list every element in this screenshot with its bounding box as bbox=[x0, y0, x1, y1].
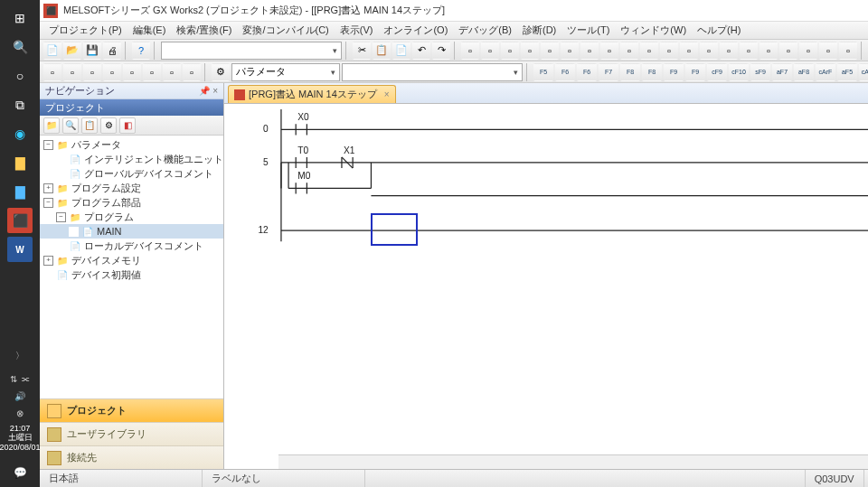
gxworks-taskbar-icon[interactable]: ⬛ bbox=[7, 208, 33, 233]
toolbar1-btn-4[interactable]: ▫ bbox=[541, 42, 559, 60]
nav-section-0[interactable]: プロジェクト bbox=[40, 398, 223, 422]
toolbar1-btn-1[interactable]: ▫ bbox=[481, 42, 499, 60]
toolbar1-btn-3[interactable]: ▫ bbox=[521, 42, 539, 60]
tree-twisty[interactable]: + bbox=[43, 256, 53, 266]
undo-button[interactable]: ↶ bbox=[412, 42, 430, 60]
taskview-icon[interactable]: ⧉ bbox=[7, 92, 33, 117]
tree-node-7[interactable]: 📄ローカルデバイスコメント bbox=[40, 239, 223, 253]
tree-node-8[interactable]: +📁デバイスメモリ bbox=[40, 253, 223, 267]
tree-twisty[interactable]: − bbox=[43, 198, 53, 208]
tree-twisty[interactable]: − bbox=[56, 212, 66, 222]
redo-button[interactable]: ↷ bbox=[432, 42, 450, 60]
param-icon[interactable]: ⚙ bbox=[212, 63, 230, 81]
toolbar2l-btn-0[interactable]: ▫ bbox=[43, 63, 61, 81]
tree-twisty[interactable] bbox=[43, 270, 53, 280]
menu-online[interactable]: オンライン(O) bbox=[378, 22, 453, 39]
nav-btn-1[interactable]: 📁 bbox=[43, 117, 60, 134]
toolbar1-btn-18[interactable]: ▫ bbox=[819, 42, 837, 60]
menu-diag[interactable]: 診断(D) bbox=[517, 22, 561, 39]
project-tree[interactable]: −📁パラメータ 📄インテリジェント機能ユニット 📄グローバルデバイスコメント+📁… bbox=[40, 136, 223, 398]
taskbar-clock[interactable]: 21:07 土曜日 2020/08/01 bbox=[0, 422, 41, 458]
nav-section-1[interactable]: ユーザライブラリ bbox=[40, 422, 223, 445]
toolbar2l-btn-4[interactable]: ▫ bbox=[123, 63, 141, 81]
toolbar2l-btn-1[interactable]: ▫ bbox=[63, 63, 81, 81]
toolbar1-btn-17[interactable]: ▫ bbox=[799, 42, 817, 60]
fkey-btn-10[interactable]: sF9 bbox=[750, 63, 770, 81]
toolbar1-btn-14[interactable]: ▫ bbox=[740, 42, 758, 60]
goto-combo[interactable] bbox=[161, 42, 342, 60]
store-icon[interactable]: ▇ bbox=[7, 179, 33, 204]
toolbar1-btn-12[interactable]: ▫ bbox=[700, 42, 718, 60]
nav-btn-4[interactable]: ⚙ bbox=[100, 117, 117, 134]
nav-btn-5[interactable]: ◧ bbox=[119, 117, 136, 134]
fkey-btn-11[interactable]: aF7 bbox=[772, 63, 792, 81]
toolbar1-btn-19[interactable]: ▫ bbox=[839, 42, 857, 60]
menu-project[interactable]: プロジェクト(P) bbox=[43, 22, 127, 39]
nav-section-2[interactable]: 接続先 bbox=[40, 445, 223, 469]
fkey-btn-7[interactable]: F9 bbox=[685, 63, 705, 81]
toolbar1-btn-5[interactable]: ▫ bbox=[561, 42, 579, 60]
new-button[interactable]: 📄 bbox=[43, 42, 61, 60]
tree-node-1[interactable]: 📄インテリジェント機能ユニット bbox=[40, 152, 223, 166]
toolbar1-btn-2[interactable]: ▫ bbox=[501, 42, 519, 60]
tree-node-2[interactable]: 📄グローバルデバイスコメント bbox=[40, 166, 223, 181]
systray3[interactable]: ⊗ bbox=[16, 405, 24, 422]
cortana-icon[interactable]: ○ bbox=[7, 63, 33, 89]
ladder-editor[interactable]: 0X0T0K105T0X1M0M0[INCPD0]12[END] bbox=[224, 103, 868, 469]
fkey-btn-9[interactable]: cF10 bbox=[729, 63, 749, 81]
tree-twisty[interactable] bbox=[56, 169, 66, 179]
fkey-btn-2[interactable]: F6 bbox=[577, 63, 597, 81]
toolbar2l-btn-7[interactable]: ▫ bbox=[183, 63, 201, 81]
nav-btn-2[interactable]: 🔍 bbox=[62, 117, 79, 134]
print-button[interactable]: 🖨 bbox=[103, 42, 121, 60]
menu-tool[interactable]: ツール(T) bbox=[561, 22, 615, 39]
menu-debug[interactable]: デバッグ(B) bbox=[453, 22, 517, 39]
tree-node-3[interactable]: +📁プログラム設定 bbox=[40, 181, 223, 195]
toolbar1-btn-16[interactable]: ▫ bbox=[779, 42, 797, 60]
nav-btn-3[interactable]: 📋 bbox=[81, 117, 98, 134]
fkey-btn-0[interactable]: F5 bbox=[533, 63, 553, 81]
tree-node-0[interactable]: −📁パラメータ bbox=[40, 137, 223, 152]
systray[interactable]: ⇅⫘ bbox=[10, 370, 30, 388]
paste-button[interactable]: 📄 bbox=[392, 42, 410, 60]
toolbar2l-btn-3[interactable]: ▫ bbox=[103, 63, 121, 81]
editor-tab[interactable]: [PRG]書込 MAIN 14ステップ × bbox=[228, 85, 396, 103]
notification-icon[interactable]: 💬 bbox=[7, 460, 33, 485]
fkey-btn-15[interactable]: cAF5 bbox=[859, 63, 868, 81]
open-button[interactable]: 📂 bbox=[63, 42, 81, 60]
menu-view[interactable]: 表示(V) bbox=[335, 22, 379, 39]
toolbar2l-btn-2[interactable]: ▫ bbox=[83, 63, 101, 81]
tree-node-5[interactable]: −📁プログラム bbox=[40, 210, 223, 224]
word-taskbar-icon[interactable]: W bbox=[7, 237, 33, 262]
start-icon[interactable]: ⊞ bbox=[7, 5, 33, 31]
tree-twisty[interactable] bbox=[69, 227, 79, 237]
explorer-icon[interactable]: ▇ bbox=[7, 150, 33, 175]
toolbar1-btn-8[interactable]: ▫ bbox=[620, 42, 638, 60]
toolbar1-btn-11[interactable]: ▫ bbox=[680, 42, 698, 60]
search-icon[interactable]: 🔍 bbox=[7, 34, 33, 60]
tree-twisty[interactable] bbox=[56, 155, 66, 164]
horizontal-scrollbar[interactable] bbox=[278, 454, 868, 469]
tree-twisty[interactable]: − bbox=[43, 140, 53, 150]
fkey-btn-13[interactable]: cArF bbox=[816, 63, 835, 81]
toolbar1-btn-7[interactable]: ▫ bbox=[600, 42, 618, 60]
fkey-btn-12[interactable]: aF8 bbox=[794, 63, 814, 81]
edge-icon[interactable]: ◉ bbox=[7, 121, 33, 146]
tree-node-9[interactable]: 📄デバイス初期値 bbox=[40, 267, 223, 282]
nav-pin-icon[interactable]: 📌 × bbox=[199, 86, 218, 96]
fkey-btn-14[interactable]: aF5 bbox=[837, 63, 857, 81]
toolbar1-btn-10[interactable]: ▫ bbox=[660, 42, 678, 60]
tree-twisty[interactable]: + bbox=[43, 183, 53, 193]
toolbar1-btn-15[interactable]: ▫ bbox=[760, 42, 778, 60]
fkey-btn-8[interactable]: cF9 bbox=[707, 63, 727, 81]
menu-window[interactable]: ウィンドウ(W) bbox=[615, 22, 692, 39]
fkey-btn-4[interactable]: F8 bbox=[620, 63, 640, 81]
fkey-btn-6[interactable]: F9 bbox=[664, 63, 684, 81]
tree-node-4[interactable]: −📁プログラム部品 bbox=[40, 195, 223, 210]
help-button[interactable]: ? bbox=[132, 42, 150, 60]
menu-compile[interactable]: 変換/コンパイル(C) bbox=[237, 22, 334, 39]
toolbar1-btn-6[interactable]: ▫ bbox=[580, 42, 599, 60]
fkey-btn-3[interactable]: F7 bbox=[599, 63, 618, 81]
menu-edit[interactable]: 編集(E) bbox=[127, 22, 172, 39]
fkey-btn-1[interactable]: F6 bbox=[555, 63, 575, 81]
